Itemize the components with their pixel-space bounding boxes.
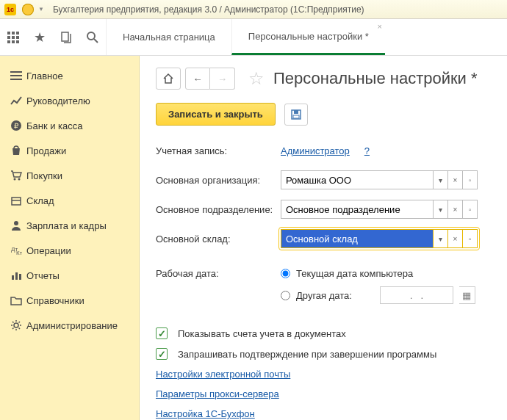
svg-rect-2 <box>16 32 19 35</box>
favorite-star-icon[interactable]: ☆ <box>248 68 265 89</box>
save-and-close-button[interactable]: Записать и закрыть <box>156 103 276 126</box>
bar-chart-icon <box>10 269 26 281</box>
dropdown-icon[interactable]: ▼ <box>38 6 46 12</box>
close-icon[interactable]: × <box>377 22 381 31</box>
sidebar: Главное Руководителю ₽ Банк и касса Прод… <box>0 56 140 420</box>
tab-home-label: Начальная страница <box>123 32 215 43</box>
svg-rect-14 <box>10 79 22 80</box>
sidebar-item-sales[interactable]: Продажи <box>0 138 139 163</box>
org-combo[interactable]: ▾ × ▫ <box>281 170 478 189</box>
sidebar-item-bank[interactable]: ₽ Банк и касса <box>0 113 139 138</box>
sidebar-label: Отчеты <box>26 270 60 281</box>
save-icon-button[interactable] <box>284 104 308 126</box>
dept-label: Основное подразделение: <box>156 204 281 215</box>
dropdown-icon[interactable]: ▾ <box>434 200 448 219</box>
sidebar-item-warehouse[interactable]: Склад <box>0 188 139 213</box>
radio-current-label: Текущая дата компьютера <box>296 268 413 279</box>
sidebar-label: Операции <box>26 245 71 256</box>
sidebar-item-operations[interactable]: ДтКт Операции <box>0 238 139 263</box>
window-title: Бухгалтерия предприятия, редакция 3.0 / … <box>53 4 364 15</box>
link-email-settings[interactable]: Настройки электронной почты <box>156 369 290 380</box>
dropdown-icon[interactable]: ▾ <box>434 229 448 248</box>
sidebar-item-directories[interactable]: Справочники <box>0 288 139 313</box>
svg-rect-9 <box>62 32 68 41</box>
cart-icon <box>10 170 26 181</box>
open-icon[interactable]: ▫ <box>463 170 478 189</box>
svg-rect-19 <box>12 198 21 205</box>
tab-active-label: Персональные настройки * <box>248 31 369 42</box>
warehouse-combo[interactable]: ▾ × ▫ <box>281 229 478 248</box>
gear-icon <box>10 319 26 331</box>
history-icon[interactable] <box>53 19 79 55</box>
account-link[interactable]: Администратор <box>281 145 350 156</box>
dept-input[interactable] <box>281 200 434 219</box>
warehouse-input[interactable] <box>281 229 434 248</box>
link-buhfon-settings[interactable]: Настройка 1С-Бухфон <box>156 408 255 419</box>
sidebar-label: Главное <box>26 70 63 82</box>
sidebar-label: Зарплата и кадры <box>26 220 107 231</box>
radio-current-date[interactable] <box>281 269 290 278</box>
sidebar-label: Банк и касса <box>26 120 83 131</box>
svg-rect-1 <box>12 32 15 35</box>
sidebar-item-manager[interactable]: Руководителю <box>0 88 139 113</box>
sidebar-item-main[interactable]: Главное <box>0 63 139 88</box>
sidebar-item-admin[interactable]: Администрирование <box>0 313 139 338</box>
sidebar-label: Справочники <box>26 295 84 306</box>
link-proxy-settings[interactable]: Параметры прокси-сервера <box>156 388 279 399</box>
checkbox-show-accounts[interactable] <box>156 327 168 339</box>
sidebar-label: Склад <box>26 195 54 206</box>
calendar-icon[interactable]: ▦ <box>459 286 475 304</box>
folder-icon <box>10 294 26 306</box>
nav-back-button[interactable]: ← <box>185 68 210 90</box>
account-label: Учетная запись: <box>156 145 281 156</box>
sidebar-label: Покупки <box>26 170 62 181</box>
app-icon-1c: 1c <box>4 4 16 15</box>
svg-point-18 <box>18 178 21 181</box>
svg-rect-5 <box>16 36 19 39</box>
operations-icon: ДтКт <box>10 245 26 256</box>
svg-rect-24 <box>12 275 14 280</box>
checkbox-show-accounts-label: Показывать счета учета в документах <box>178 328 346 339</box>
sidebar-label: Руководителю <box>26 95 90 106</box>
sidebar-item-salary[interactable]: Зарплата и кадры <box>0 213 139 238</box>
tab-home[interactable]: Начальная страница <box>106 19 231 55</box>
page-title: Персональные настройки * <box>273 69 478 88</box>
help-icon[interactable]: ? <box>364 145 370 156</box>
sidebar-item-purchases[interactable]: Покупки <box>0 163 139 188</box>
top-toolbar: ★ Начальная страница Персональные настро… <box>0 19 507 56</box>
clear-icon[interactable]: × <box>448 170 463 189</box>
open-icon[interactable]: ▫ <box>463 200 478 219</box>
radio-other-date[interactable] <box>281 291 290 300</box>
search-icon[interactable] <box>79 19 106 55</box>
svg-rect-4 <box>12 36 15 39</box>
svg-text:Кт: Кт <box>16 250 22 256</box>
svg-point-10 <box>87 32 95 40</box>
svg-point-17 <box>14 178 16 181</box>
bag-icon <box>10 145 26 156</box>
org-label: Основная организация: <box>156 175 281 186</box>
svg-rect-3 <box>7 36 10 39</box>
tab-personal-settings[interactable]: Персональные настройки * × <box>231 19 385 55</box>
open-icon[interactable]: ▫ <box>463 229 478 248</box>
chart-up-icon <box>10 95 26 106</box>
svg-rect-13 <box>10 75 22 76</box>
clear-icon[interactable]: × <box>448 200 463 219</box>
svg-rect-0 <box>7 32 10 35</box>
svg-rect-30 <box>293 115 299 118</box>
dept-combo[interactable]: ▾ × ▫ <box>281 200 478 219</box>
warehouse-label: Основной склад: <box>156 233 281 245</box>
checkbox-confirm-exit[interactable] <box>156 348 168 360</box>
svg-line-11 <box>94 39 98 43</box>
person-icon <box>10 220 26 231</box>
minimize-circle-icon[interactable] <box>19 4 34 15</box>
date-input[interactable] <box>380 286 453 304</box>
dropdown-icon[interactable]: ▾ <box>434 170 448 189</box>
radio-other-label: Другая дата: <box>296 290 352 301</box>
apps-grid-icon[interactable] <box>0 19 26 55</box>
org-input[interactable] <box>281 170 434 189</box>
sidebar-item-reports[interactable]: Отчеты <box>0 263 139 288</box>
svg-rect-25 <box>15 272 18 280</box>
nav-home-button[interactable] <box>156 68 181 90</box>
clear-icon[interactable]: × <box>448 229 463 248</box>
star-icon[interactable]: ★ <box>26 19 53 55</box>
